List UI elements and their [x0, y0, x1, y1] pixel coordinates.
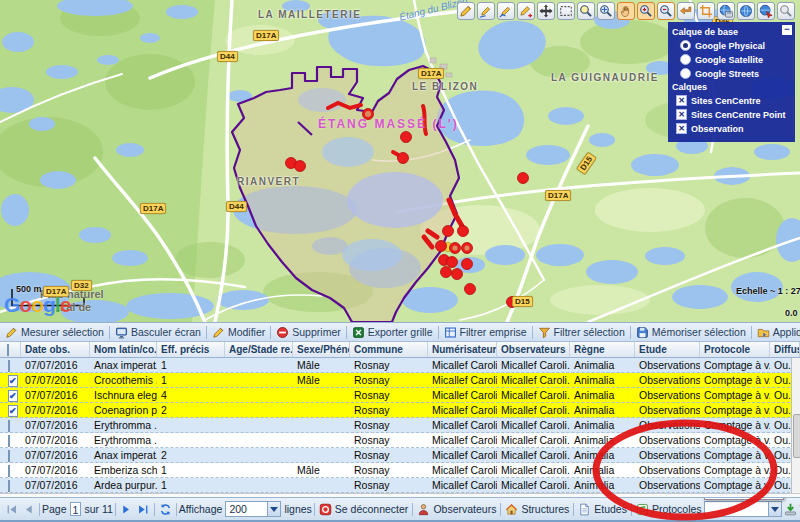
row-checkbox[interactable] — [8, 360, 10, 372]
observers-button[interactable]: Observateurs — [415, 503, 498, 516]
column-header[interactable]: Nom latin/co... — [90, 342, 157, 357]
crop-extent-button[interactable] — [697, 2, 715, 20]
column-header[interactable]: Age/Stade re... — [225, 342, 293, 357]
observation-point[interactable] — [458, 226, 469, 237]
select-box-button[interactable] — [557, 2, 575, 20]
zoom-out-button[interactable] — [657, 2, 675, 20]
previous-page-button[interactable] — [20, 503, 37, 516]
column-header[interactable]: Eff. précis — [157, 342, 225, 357]
search-map-button[interactable] — [777, 2, 795, 20]
column-header[interactable]: Protocole — [700, 342, 770, 357]
column-header[interactable]: Numérisateur — [428, 342, 497, 357]
filter-extent-button[interactable]: Filtrer emprise — [441, 326, 530, 339]
last-page-button[interactable] — [135, 503, 152, 516]
draw-point-button[interactable] — [457, 2, 475, 20]
base-layer-option[interactable]: Google Streets — [680, 68, 795, 79]
row-checkbox[interactable]: ✔ — [8, 390, 18, 402]
row-checkbox[interactable] — [8, 435, 10, 447]
row-checkbox[interactable] — [8, 480, 10, 492]
next-page-button[interactable] — [118, 503, 135, 516]
refresh-button[interactable] — [157, 503, 174, 516]
overlay-layer-option[interactable]: ✕Sites CenCentre — [676, 95, 795, 106]
row-checkbox[interactable]: ✔ — [8, 405, 18, 417]
column-header[interactable]: Date obs. — [21, 342, 90, 357]
panel-minimize-button[interactable]: − — [782, 25, 792, 35]
download-button[interactable]: Télécharger Page coura — [782, 503, 800, 516]
observation-point[interactable] — [465, 284, 476, 295]
table-row[interactable]: 07/07/2016Erythromma ...RosnayMicallef C… — [0, 418, 800, 433]
row-checkbox[interactable]: ✔ — [8, 375, 18, 387]
protocols-button[interactable]: Protocoles — [634, 503, 704, 516]
observation-point[interactable] — [443, 226, 454, 237]
draw-polygon-button[interactable] — [497, 2, 515, 20]
filter-selection-button[interactable]: Filtrer sélection — [535, 326, 628, 339]
vertical-scrollbar[interactable] — [791, 358, 800, 493]
zoom-selection-button[interactable] — [597, 2, 615, 20]
structures-button[interactable]: Structures — [503, 503, 571, 516]
checkbox-icon[interactable]: ✕ — [676, 95, 687, 106]
move-feature-button[interactable] — [537, 2, 555, 20]
table-row[interactable]: 07/07/2016Anax imperat...2RosnayMicallef… — [0, 448, 800, 463]
checkbox-icon[interactable]: ✕ — [676, 109, 687, 120]
logout-button[interactable]: Se déconnecter — [317, 503, 411, 516]
observation-point[interactable] — [441, 267, 452, 278]
zoom-in-button[interactable] — [637, 2, 655, 20]
base-layer-option[interactable]: Google Physical — [680, 40, 795, 51]
first-page-button[interactable] — [3, 503, 20, 516]
observation-point[interactable] — [398, 153, 409, 164]
table-row[interactable]: 07/07/2016Anax imperat...1MâleRosnayMica… — [0, 358, 800, 373]
locate-button[interactable] — [757, 2, 775, 20]
page-number-input[interactable]: 1 — [70, 502, 82, 516]
radio-icon[interactable] — [680, 54, 691, 65]
row-checkbox[interactable] — [8, 465, 10, 477]
table-row[interactable]: ✔07/07/2016Ischnura eleg...4RosnayMicall… — [0, 388, 800, 403]
select-all-checkbox[interactable] — [7, 344, 9, 356]
radio-icon[interactable] — [680, 68, 691, 79]
column-header[interactable]: Sexe/Phéno/E... — [293, 342, 350, 357]
page-size-combobox[interactable]: 200 — [225, 501, 281, 517]
overlay-layer-option[interactable]: ✕Observation — [676, 123, 795, 134]
delete-button[interactable]: Supprimer — [273, 326, 343, 339]
scrollbar-thumb[interactable] — [793, 414, 800, 458]
checkbox-icon[interactable]: ✕ — [676, 123, 687, 134]
base-layer-option[interactable]: Google Satellite — [680, 54, 795, 65]
observation-point[interactable] — [462, 259, 473, 270]
observation-point[interactable] — [507, 297, 518, 308]
table-row[interactable]: ✔07/07/2016Coenagrion p...2RosnayMicalle… — [0, 403, 800, 418]
observation-point[interactable] — [447, 257, 458, 268]
observation-point[interactable] — [518, 173, 529, 184]
column-header[interactable]: Règne — [570, 342, 635, 357]
zoom-full-button[interactable] — [577, 2, 595, 20]
overlay-layer-option[interactable]: ✕Sites CenCentre Point — [676, 109, 795, 120]
row-checkbox[interactable] — [8, 420, 10, 432]
validation-status-combobox[interactable] — [704, 501, 782, 517]
studies-button[interactable]: Etudes — [576, 503, 629, 516]
previous-extent-button[interactable] — [677, 2, 695, 20]
save-map-button[interactable] — [717, 2, 735, 20]
dropdown-item[interactable]: non valide — [705, 497, 783, 499]
table-row[interactable]: 07/07/2016Ardea purpur...1RosnayMicallef… — [0, 478, 800, 493]
toggle-screen-button[interactable]: Basculer écran — [112, 326, 204, 339]
pan-button[interactable] — [617, 2, 635, 20]
column-header[interactable]: Etude — [635, 342, 700, 357]
select-all-header[interactable] — [0, 342, 21, 357]
map-canvas[interactable]: LA MAILLETERIELE BLIZONLA GUIGNAUDRIERIA… — [0, 0, 800, 322]
column-header[interactable]: Commune — [350, 342, 428, 357]
google-logo[interactable]: Google — [4, 293, 70, 317]
apply-selection-button[interactable]: Appliquer sélection — [754, 326, 800, 339]
observation-point[interactable] — [452, 269, 463, 280]
table-row[interactable]: 07/07/2016Erythromma ...RosnayMicallef C… — [0, 433, 800, 448]
world-button[interactable] — [737, 2, 755, 20]
validation-status-trigger[interactable] — [768, 501, 782, 517]
export-grid-button[interactable]: Exporter grille — [349, 326, 436, 339]
measure-selection-button[interactable]: Mesurer sélection — [2, 326, 107, 339]
table-row[interactable]: 07/07/2016Emberiza sch...1MâleRosnayMica… — [0, 463, 800, 478]
memorize-selection-button[interactable]: Mémoriser sélection — [633, 326, 749, 339]
observation-point[interactable] — [436, 241, 447, 252]
column-header[interactable]: Observateurs — [497, 342, 570, 357]
column-header[interactable]: Diffus... — [770, 342, 800, 357]
table-row[interactable]: ✔07/07/2016Crocothemis ...1MâleRosnayMic… — [0, 373, 800, 388]
radio-icon[interactable] — [680, 40, 691, 51]
page-size-trigger[interactable] — [267, 501, 281, 517]
observation-point[interactable] — [401, 132, 412, 143]
